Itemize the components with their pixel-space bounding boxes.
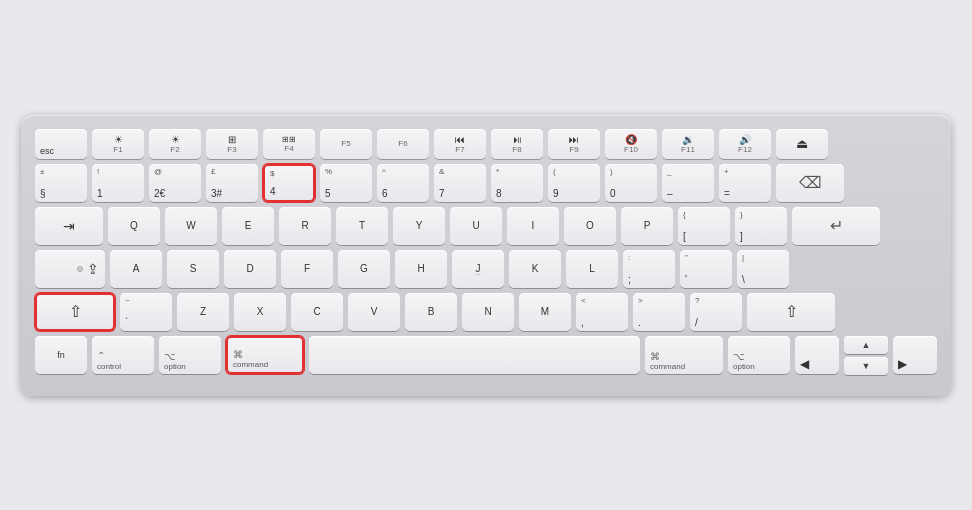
key-u-label: U [472,220,479,231]
key-return[interactable]: ↵ [792,207,880,245]
key-6-main: 6 [382,188,388,199]
key-0-top: ) [610,167,613,176]
key-d[interactable]: D [224,250,276,288]
key-shift-right[interactable]: ⇧ [747,293,835,331]
key-j[interactable]: – J [452,250,504,288]
key-f11[interactable]: 🔉 F11 [662,129,714,159]
key-t[interactable]: T [336,207,388,245]
key-l[interactable]: L [566,250,618,288]
key-s[interactable]: S [167,250,219,288]
key-y[interactable]: Y [393,207,445,245]
key-6[interactable]: ^ 6 [377,164,429,202]
key-arrow-right[interactable]: ▶ [893,336,937,374]
key-fn[interactable]: fn [35,336,87,374]
key-section[interactable]: ± § [35,164,87,202]
key-0[interactable]: ) 0 [605,164,657,202]
key-7[interactable]: & 7 [434,164,486,202]
key-b[interactable]: B [405,293,457,331]
key-1[interactable]: ! 1 [92,164,144,202]
key-z[interactable]: Z [177,293,229,331]
key-f2[interactable]: ☀ F2 [149,129,201,159]
key-option-left[interactable]: ⌥ option [159,336,221,374]
key-period[interactable]: > . [633,293,685,331]
key-u[interactable]: U [450,207,502,245]
key-5[interactable]: % 5 [320,164,372,202]
fn-row: esc ☀ F1 ☀ F2 ⊞ F3 ⊞⊞ F4 F5 F6 ⏮ F7 ⏯ [35,129,937,159]
key-2[interactable]: @ 2€ [149,164,201,202]
key-arrow-up[interactable]: ▲ [844,336,888,354]
key-m[interactable]: M [519,293,571,331]
key-slash[interactable]: ? / [690,293,742,331]
key-f1[interactable]: ☀ F1 [92,129,144,159]
key-8[interactable]: * 8 [491,164,543,202]
key-f5-label: F5 [341,139,350,148]
key-space[interactable] [309,336,640,374]
key-arrow-left[interactable]: ◀ [795,336,839,374]
key-control[interactable]: ⌃ control [92,336,154,374]
key-f4[interactable]: ⊞⊞ F4 [263,129,315,159]
key-3[interactable]: £ 3# [206,164,258,202]
key-shift-left[interactable]: ⇧ [35,293,115,331]
key-semicolon[interactable]: : ; [623,250,675,288]
key-shift-right-icon: ⇧ [785,302,798,321]
key-v[interactable]: V [348,293,400,331]
key-x[interactable]: X [234,293,286,331]
key-f9[interactable]: ⏭ F9 [548,129,600,159]
key-9[interactable]: ( 9 [548,164,600,202]
key-a[interactable]: A [110,250,162,288]
key-comma-main: , [581,317,584,328]
key-tab[interactable]: ⇥ [35,207,103,245]
key-tilde[interactable]: ~ ` [120,293,172,331]
key-h-label: H [417,263,424,274]
key-equal[interactable]: + = [719,164,771,202]
key-h[interactable]: H [395,250,447,288]
key-i-label: I [532,220,535,231]
key-command-left[interactable]: ⌘ command [226,336,304,374]
key-backspace[interactable]: ⌫ [776,164,844,202]
caps-led [77,266,83,272]
key-minus-top: _ [667,167,671,176]
key-f3[interactable]: ⊞ F3 [206,129,258,159]
key-esc[interactable]: esc [35,129,87,159]
key-option-right-icon: ⌥ [733,351,745,362]
key-option-right[interactable]: ⌥ option [728,336,790,374]
key-quote-main: ' [685,274,687,285]
key-command-right[interactable]: ⌘ command [645,336,723,374]
key-arrow-down[interactable]: ▼ [844,357,888,375]
key-eject[interactable]: ⏏ [776,129,828,159]
key-lbracket[interactable]: { [ [678,207,730,245]
key-c[interactable]: C [291,293,343,331]
key-r[interactable]: R [279,207,331,245]
key-g[interactable]: G [338,250,390,288]
key-equal-top: + [724,167,729,176]
key-caps[interactable]: ⇪ [35,250,105,288]
key-k[interactable]: K [509,250,561,288]
key-f5[interactable]: F5 [320,129,372,159]
key-comma[interactable]: < , [576,293,628,331]
key-i[interactable]: I [507,207,559,245]
key-f12[interactable]: 🔊 F12 [719,129,771,159]
key-f7[interactable]: ⏮ F7 [434,129,486,159]
key-section-main: § [40,188,46,199]
key-f[interactable]: F [281,250,333,288]
key-4[interactable]: $ 4 [263,164,315,202]
key-arrow-right-icon: ▶ [898,357,907,371]
key-7-top: & [439,167,444,176]
key-q[interactable]: Q [108,207,160,245]
asdf-row: ⇪ A S D F G H – J K L : ; " ' | \ [35,250,937,288]
key-e[interactable]: E [222,207,274,245]
key-z-label: Z [200,306,206,317]
key-backslash[interactable]: | \ [737,250,789,288]
key-f6[interactable]: F6 [377,129,429,159]
key-k-label: K [532,263,539,274]
key-w[interactable]: W [165,207,217,245]
key-minus[interactable]: _ – [662,164,714,202]
key-p[interactable]: P [621,207,673,245]
key-rbracket[interactable]: } ] [735,207,787,245]
key-f8[interactable]: ⏯ F8 [491,129,543,159]
key-f10[interactable]: 🔇 F10 [605,129,657,159]
key-quote-top: " [685,253,688,262]
key-quote[interactable]: " ' [680,250,732,288]
key-n[interactable]: N [462,293,514,331]
key-o[interactable]: O [564,207,616,245]
